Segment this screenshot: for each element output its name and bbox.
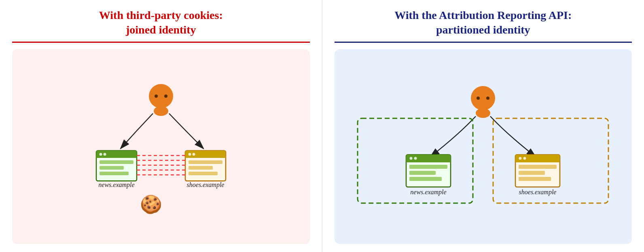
svg-rect-9 — [100, 160, 133, 164]
svg-point-36 — [414, 157, 417, 160]
svg-point-44 — [519, 157, 522, 160]
svg-rect-43 — [515, 160, 560, 162]
svg-point-2 — [154, 106, 168, 116]
svg-rect-38 — [409, 171, 436, 175]
svg-point-0 — [155, 94, 158, 98]
svg-rect-10 — [100, 166, 124, 170]
person-head-right — [471, 86, 495, 110]
right-divider — [335, 42, 632, 43]
svg-rect-48 — [519, 177, 551, 181]
svg-rect-46 — [519, 165, 557, 169]
svg-rect-6 — [96, 155, 137, 158]
svg-rect-18 — [189, 160, 222, 164]
right-title-line1: With the Attribution Reporting API: — [394, 9, 572, 21]
svg-point-45 — [523, 157, 526, 160]
person-head-left — [149, 84, 173, 108]
svg-rect-39 — [409, 177, 442, 181]
svg-point-1 — [164, 94, 167, 98]
right-diagram-svg: news.example shoes.example — [345, 80, 621, 213]
svg-rect-34 — [406, 160, 451, 162]
right-panel: With the Attribution Reporting API: part… — [322, 0, 644, 252]
svg-point-16 — [188, 153, 191, 155]
svg-rect-20 — [189, 172, 218, 175]
svg-rect-37 — [409, 165, 447, 169]
right-title-line2: partitioned identity — [436, 23, 530, 36]
svg-point-31 — [476, 108, 490, 118]
svg-point-29 — [477, 97, 480, 100]
left-diagram-svg: news.example shoes.example 🍪 — [64, 78, 258, 215]
svg-point-7 — [99, 153, 102, 155]
svg-point-30 — [486, 97, 489, 100]
left-diagram-area: news.example shoes.example 🍪 — [12, 49, 310, 244]
svg-rect-15 — [185, 155, 226, 158]
svg-text:shoes.example: shoes.example — [519, 189, 557, 196]
left-divider — [12, 42, 310, 43]
svg-rect-47 — [519, 171, 545, 175]
right-diagram-area: news.example shoes.example — [335, 49, 632, 244]
left-title: With third-party cookies: joined identit… — [99, 8, 223, 38]
svg-text:news.example: news.example — [411, 189, 447, 196]
svg-point-8 — [103, 153, 106, 155]
svg-text:shoes.example: shoes.example — [186, 181, 224, 189]
svg-point-35 — [410, 157, 413, 160]
svg-rect-11 — [100, 172, 129, 175]
right-title: With the Attribution Reporting API: part… — [394, 8, 572, 38]
svg-point-17 — [192, 153, 195, 155]
svg-text:🍪: 🍪 — [140, 194, 162, 215]
left-panel: With third-party cookies: joined identit… — [0, 0, 322, 252]
svg-rect-19 — [189, 166, 213, 170]
svg-text:news.example: news.example — [98, 181, 134, 189]
left-title-line2: joined identity — [126, 23, 196, 36]
left-title-line1: With third-party cookies: — [99, 9, 223, 21]
